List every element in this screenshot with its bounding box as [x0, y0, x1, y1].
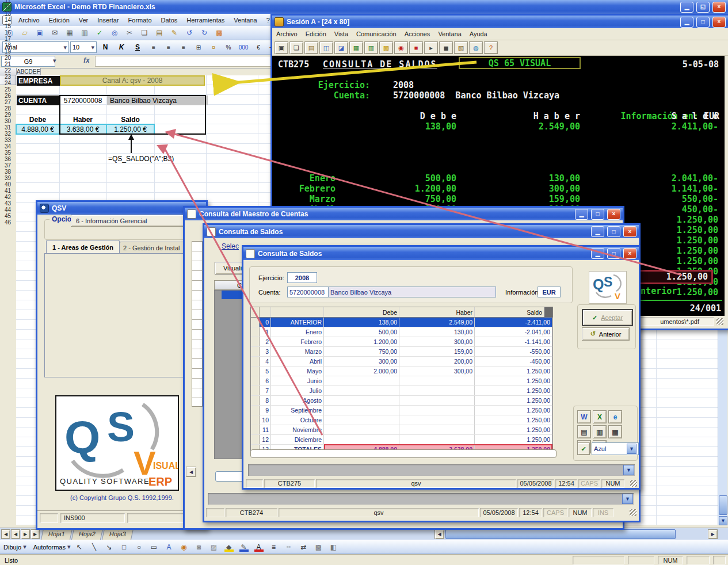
- row-marker[interactable]: [251, 406, 260, 415]
- merge-center-icon[interactable]: ⊞: [192, 41, 205, 54]
- print-icon[interactable]: ▦: [63, 26, 77, 39]
- terminal-menu-item[interactable]: Ventana: [434, 29, 465, 39]
- sheet-tab[interactable]: Hoja2: [71, 529, 103, 540]
- minimize-button[interactable]: ▁: [591, 226, 604, 237]
- save-icon[interactable]: ▣: [33, 26, 47, 39]
- qsv-titlebar[interactable]: QSV: [37, 202, 206, 215]
- scroll-thumb[interactable]: [719, 495, 727, 515]
- maximize-button[interactable]: □: [607, 226, 620, 237]
- cell-c9-formula[interactable]: =QS_SALDO("A";B3): [108, 154, 206, 163]
- row-header[interactable]: 16: [5, 29, 11, 36]
- row-header[interactable]: 35: [5, 150, 11, 156]
- minimize-button[interactable]: ▁: [680, 17, 693, 28]
- table-row[interactable]: 11 Noviembre 1.250,00: [251, 425, 552, 435]
- aceptar-button[interactable]: ✓ Aceptar: [582, 309, 633, 326]
- research-icon[interactable]: ◎: [108, 26, 121, 39]
- terminal-menu-item[interactable]: Vista: [330, 29, 352, 39]
- hscroll-thumb[interactable]: [445, 529, 676, 539]
- paste-icon[interactable]: ▤: [153, 26, 166, 39]
- table-row[interactable]: 0 ANTERIOR 138,00 2.549,00 -2.411,00: [251, 318, 552, 327]
- row-header[interactable]: 44: [5, 207, 11, 213]
- resize-grip[interactable]: [630, 509, 636, 516]
- row-marker[interactable]: [251, 435, 260, 444]
- mail-icon[interactable]: ✉: [48, 26, 62, 39]
- terminal-menu-item[interactable]: Comunicación: [352, 29, 401, 39]
- globe-icon[interactable]: ◍: [469, 41, 483, 54]
- table-row[interactable]: 12 Diciembre 1.250,00: [251, 435, 552, 445]
- restore-button[interactable]: ◱: [696, 2, 710, 13]
- cut-icon[interactable]: ✂: [123, 26, 136, 39]
- chevron-down-icon[interactable]: ▾: [91, 44, 94, 51]
- first-sheet-button[interactable]: ◀: [1, 529, 10, 539]
- last-sheet-button[interactable]: ▶: [31, 529, 40, 539]
- receive-file-icon[interactable]: ◪: [334, 41, 348, 54]
- row-header[interactable]: 19: [5, 48, 11, 55]
- row-header[interactable]: 14: [5, 17, 11, 23]
- saldos-front-titlebar[interactable]: Consulta de Saldos ▁ □ ×: [243, 247, 639, 260]
- row-marker[interactable]: [251, 357, 260, 366]
- send-file-icon[interactable]: ◫: [319, 41, 333, 54]
- debe-column-header[interactable]: Debe: [324, 307, 399, 317]
- maximize-button[interactable]: □: [607, 248, 620, 259]
- excel-menu-item[interactable]: Herramientas: [182, 15, 229, 25]
- table-row[interactable]: 7 Julio 1.250,00: [251, 386, 552, 396]
- hscroll-right-icon[interactable]: ▶: [708, 529, 718, 539]
- screen-capture-icon[interactable]: ▣: [275, 41, 288, 54]
- copy-icon[interactable]: ❏: [289, 41, 303, 54]
- row-header[interactable]: 36: [5, 156, 11, 162]
- row-header[interactable]: 24: [5, 80, 11, 86]
- row-header[interactable]: 43: [5, 200, 11, 207]
- spelling-icon[interactable]: ✓: [93, 26, 106, 39]
- terminal-menu-item[interactable]: Edición: [302, 29, 330, 39]
- shadow-style-icon[interactable]: ▩: [312, 541, 326, 553]
- cell-canal[interactable]: Canal A: qsv - 2008: [60, 75, 205, 86]
- picture-icon[interactable]: ▨: [207, 541, 221, 553]
- selection-tab[interactable]: Selec: [222, 242, 239, 250]
- cell-b3-cuenta-num[interactable]: 5720000008: [60, 96, 106, 105]
- excel-menu-item[interactable]: Formato: [124, 15, 157, 25]
- excel-menu-item[interactable]: Ver: [74, 15, 93, 25]
- resize-grip[interactable]: [630, 480, 637, 487]
- row-header[interactable]: 28: [5, 105, 11, 112]
- preview-icon[interactable]: ▥: [593, 425, 607, 438]
- dash-style-icon[interactable]: ╌: [282, 541, 296, 553]
- paste-icon[interactable]: ▤: [304, 41, 318, 54]
- saldos-back-titlebar[interactable]: Consulta de Saldos ▁ □ ×: [204, 225, 639, 238]
- euro-icon[interactable]: €: [251, 41, 265, 54]
- row-header[interactable]: 39: [5, 175, 11, 181]
- column-header[interactable]: E: [33, 68, 37, 75]
- undo-icon[interactable]: ↺: [182, 26, 196, 39]
- column-header[interactable]: F: [36, 68, 40, 75]
- row-header[interactable]: 17: [5, 36, 11, 42]
- combo-dropdown-icon[interactable]: ▼: [623, 465, 634, 475]
- close-button[interactable]: ×: [712, 2, 726, 13]
- row-header[interactable]: 12: [5, 4, 11, 10]
- cell-a6-debe[interactable]: 4.888,00 €: [16, 124, 59, 134]
- terminal-menu-item[interactable]: Ayuda: [466, 29, 491, 39]
- row-marker[interactable]: [251, 415, 260, 425]
- ejercicio-field[interactable]: 2008: [287, 272, 317, 283]
- row-header[interactable]: 27: [5, 99, 11, 105]
- terminal-menu-item[interactable]: Archivo: [272, 29, 302, 39]
- row-marker[interactable]: [251, 396, 260, 405]
- hscroll-left-icon[interactable]: ◀: [434, 529, 444, 539]
- row-header[interactable]: 26: [5, 93, 11, 99]
- row-header[interactable]: 46: [5, 219, 11, 226]
- open-icon[interactable]: ▱: [18, 26, 32, 39]
- copy-icon[interactable]: ❏: [138, 26, 151, 39]
- row-header[interactable]: 40: [5, 181, 11, 188]
- row-marker[interactable]: [251, 425, 260, 434]
- excel-titlebar[interactable]: Microsoft Excel - Demo RTD Financiero.xl…: [0, 0, 728, 14]
- row-header[interactable]: 15: [5, 23, 11, 29]
- select-arrow-icon[interactable]: ↖: [73, 541, 86, 553]
- anterior-button[interactable]: ↺ Anterior: [582, 327, 630, 341]
- cuenta-name-field[interactable]: Banco Bilbao Vizcaya: [328, 287, 496, 297]
- sheet-tab[interactable]: Hoja1: [41, 529, 73, 540]
- row-header[interactable]: 34: [5, 143, 11, 150]
- table-row[interactable]: 5 Mayo 2.000,00 300,00 1.250,00: [251, 367, 552, 376]
- font-name-combo[interactable]: Arial ▾: [2, 41, 69, 53]
- autoformas-menu[interactable]: Autoformas ▾: [33, 543, 71, 551]
- row-header[interactable]: 21: [5, 61, 11, 67]
- maestro-titlebar[interactable]: Consulta del Maestro de Cuentas ▁ □ ×: [185, 208, 623, 220]
- italic-button[interactable]: K: [115, 41, 128, 54]
